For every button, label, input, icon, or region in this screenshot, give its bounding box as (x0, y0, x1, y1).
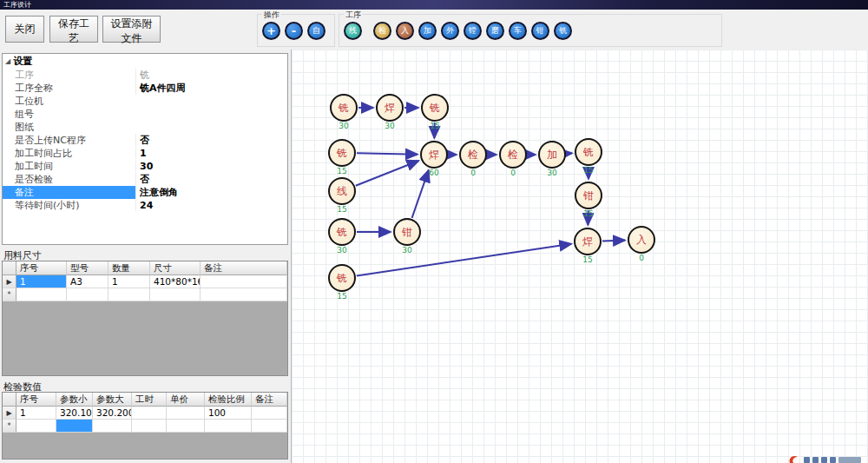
collapse-triangle-icon: ◢ (5, 57, 10, 65)
process-node-n9[interactable]: 铣 (575, 138, 602, 166)
grid-cell[interactable]: 320.200 (93, 407, 132, 420)
process-node-n4[interactable]: 铣 (328, 139, 356, 167)
settings-row-label: 是否上传NC程序 (3, 134, 135, 147)
column-header-1[interactable]: 参数小 (56, 393, 93, 407)
grid-cell[interactable] (132, 420, 167, 433)
process-node-n8[interactable]: 加 (538, 141, 566, 169)
settings-row-7[interactable]: 加工时间30 (3, 160, 287, 173)
grid-cell[interactable]: 1 (108, 275, 150, 288)
settings-row-value[interactable]: 否 (135, 134, 287, 147)
process-node-n7[interactable]: 检 (499, 141, 527, 169)
process-node-n13[interactable]: 钳 (393, 218, 421, 246)
settings-row-1[interactable]: 工序全称铣A件四周 (3, 82, 287, 95)
column-header-6[interactable]: 备注 (252, 393, 287, 407)
grid-cell[interactable]: 410*80*16 (150, 275, 201, 288)
grid-cell[interactable]: 320.100 (56, 407, 93, 420)
grid-new-row[interactable]: * (3, 420, 287, 433)
column-header-5[interactable]: 检验比例 (205, 393, 252, 407)
process-node-n15[interactable]: 焊 (574, 228, 602, 255)
settings-row-6[interactable]: 加工时间占比1 (3, 147, 287, 160)
grid-cell[interactable] (16, 420, 56, 433)
grid-cell[interactable] (205, 420, 252, 433)
settings-row-5[interactable]: 是否上传NC程序否 (3, 134, 287, 147)
add-node-button[interactable]: + (262, 22, 280, 40)
row-selector-cell[interactable]: ▶ (3, 407, 16, 420)
grid-data-row[interactable]: ▶1320.100320.200100 (3, 407, 287, 420)
grid-cell[interactable] (67, 288, 108, 301)
auto-button[interactable]: 自 (307, 22, 326, 40)
grid-cell[interactable]: 100 (205, 407, 252, 420)
settings-row-9[interactable]: 备注注意倒角 (3, 186, 287, 199)
process-grinding-button[interactable]: 磨 (486, 22, 504, 40)
column-header-0[interactable]: 序号 (16, 393, 56, 407)
grid-cell[interactable]: A3 (67, 275, 108, 288)
column-header-2[interactable]: 参数大 (93, 393, 132, 407)
process-wire-button[interactable]: 线 (344, 22, 362, 40)
settings-row-value[interactable]: 1 (135, 148, 287, 159)
settings-header[interactable]: ◢ 设置 (3, 54, 287, 69)
process-node-n3[interactable]: 铣 (421, 94, 449, 122)
column-header-0[interactable]: 序号 (16, 261, 67, 275)
process-milling-button[interactable]: 铣 (554, 22, 572, 40)
column-header-4[interactable]: 单价 (167, 393, 205, 407)
settings-row-value[interactable]: 否 (135, 173, 287, 186)
grid-cell[interactable] (252, 420, 287, 433)
grid-cell[interactable] (167, 420, 205, 433)
process-node-n2[interactable]: 焊 (376, 94, 404, 122)
settings-row-3[interactable]: 组号 (3, 108, 287, 121)
settings-row-8[interactable]: 是否检验否 (3, 173, 287, 186)
column-header-4[interactable]: 备注 (201, 261, 287, 275)
settings-row-0[interactable]: 工序铣 (3, 69, 287, 82)
process-turning-button[interactable]: 车 (509, 22, 527, 40)
grid-cell[interactable] (93, 420, 132, 433)
settings-row-value[interactable]: 注意倒角 (135, 186, 287, 199)
process-outsource-button[interactable]: 外 (441, 22, 459, 40)
grid-cell[interactable] (167, 407, 205, 420)
settings-row-10[interactable]: 等待时间(小时)24 (3, 199, 287, 212)
process-node-n11[interactable]: 线 (328, 177, 356, 205)
process-fitter-button[interactable]: 钳 (531, 22, 549, 40)
process-node-n6[interactable]: 检 (459, 141, 487, 169)
process-machining-button[interactable]: 加 (418, 22, 437, 40)
grid-cell[interactable] (252, 407, 287, 420)
settings-row-value[interactable]: 24 (135, 200, 287, 211)
toolbar-group-label: 工序 (344, 10, 363, 21)
column-header-3[interactable]: 工时 (132, 393, 167, 407)
process-node-n1[interactable]: 铣 (330, 94, 358, 122)
grid-cell[interactable]: 1 (16, 275, 67, 288)
process-inspect-button[interactable]: 检 (373, 22, 391, 40)
grid-new-row[interactable]: * (3, 288, 287, 301)
brand-logo-icon (786, 453, 865, 463)
grid-cell[interactable] (16, 288, 67, 301)
grid-data-row[interactable]: ▶1A31410*80*16 (3, 275, 287, 288)
process-node-n12[interactable]: 铣 (328, 218, 356, 246)
remove-node-button[interactable]: - (285, 22, 303, 40)
grid-cell[interactable] (56, 420, 93, 433)
grid-cell[interactable] (201, 275, 287, 288)
process-node-n14[interactable]: 铣 (328, 264, 356, 292)
process-node-n5[interactable]: 焊 (420, 141, 448, 169)
column-header-2[interactable]: 数量 (108, 261, 150, 275)
process-node-n16[interactable]: 入 (628, 226, 655, 254)
grid-cell[interactable] (201, 288, 287, 301)
process-storage-button[interactable]: 入 (396, 22, 414, 40)
grid-cell[interactable] (132, 407, 167, 420)
process-node-time: 30 (538, 169, 566, 177)
process-node-n10[interactable]: 钳 (575, 182, 602, 209)
grid-cell[interactable]: 1 (16, 407, 56, 420)
grid-cell[interactable] (108, 288, 150, 301)
grid-cell[interactable] (150, 288, 201, 301)
flow-edge-n14-n15 (357, 244, 571, 276)
settings-row-2[interactable]: 工位机 (3, 95, 287, 108)
settings-row-value[interactable]: 铣A件四周 (135, 82, 287, 95)
settings-row-value[interactable]: 铣 (135, 69, 287, 82)
flowchart-canvas[interactable]: 铣30焊30铣15铣15焊60检0检0加30铣15钳15线15铣30钳30铣15… (292, 50, 868, 463)
row-selector-cell[interactable]: * (3, 420, 16, 433)
row-selector-cell[interactable]: ▶ (3, 275, 16, 288)
settings-row-4[interactable]: 图纸 (3, 121, 287, 134)
column-header-3[interactable]: 尺寸 (150, 261, 201, 275)
row-selector-cell[interactable]: * (3, 288, 16, 301)
column-header-1[interactable]: 型号 (67, 261, 108, 275)
settings-row-value[interactable]: 30 (135, 161, 287, 172)
process-boring-button[interactable]: 镗 (464, 22, 482, 40)
